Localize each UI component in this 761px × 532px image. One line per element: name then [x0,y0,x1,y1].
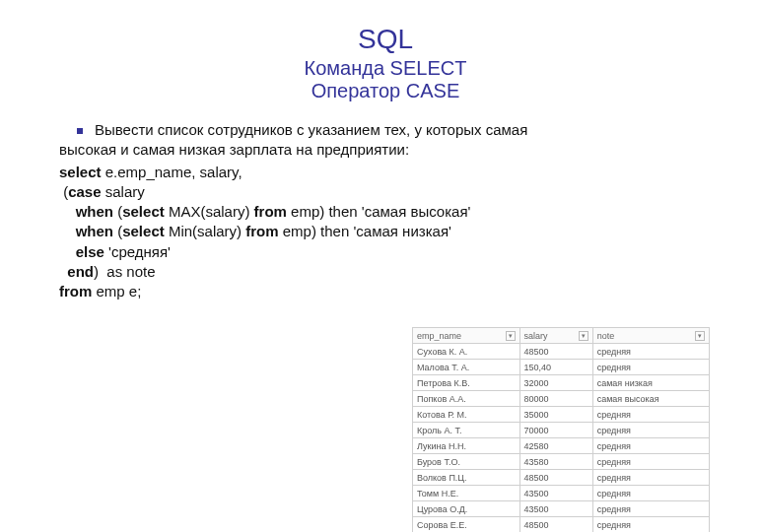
code-line-1: select e.emp_name, salary, [59,163,712,182]
code-line-6: end) as note [59,262,712,282]
table-cell: 32000 [519,375,592,391]
table-cell: Попков А.А. [413,391,520,407]
body-text: Вывести список сотрудников с указанием т… [59,120,712,301]
table-cell: Сухова К. А. [413,344,520,360]
table-cell: 35000 [519,407,592,423]
table-head: emp_name▾ salary▾ note▾ [413,328,710,344]
table-cell: Кроль А. Т. [413,423,520,438]
table-row: Томм Н.Е.43500средняя [413,486,710,501]
table-cell: 48500 [519,470,592,486]
table-row: Буров Т.О.43580средняя [413,454,710,470]
table-cell: Малова Т. А. [413,360,520,375]
table-cell: средняя [592,501,709,517]
bullet-item: Вывести список сотрудников с указанием т… [59,120,712,140]
table-cell: средняя [592,407,709,423]
table-cell: самая высокая [592,391,709,407]
table-header-row: emp_name▾ salary▾ note▾ [413,328,710,344]
table-cell: Волков П.Ц. [413,470,520,486]
table-row: Волков П.Ц.48500средняя [413,470,710,486]
table-cell: средняя [592,470,709,486]
code-line-7: from emp e; [59,282,712,301]
table-cell: 48500 [519,344,592,360]
table-row: Сорова Е.Е.48500средняя [413,517,710,533]
table-cell: Лукина Н.Н. [413,438,520,454]
table-cell: 80000 [519,391,592,407]
bullet-square-icon [77,128,83,134]
code-line-3: when (select MAX(salary) from emp) then … [59,202,712,222]
table-cell: средняя [592,486,709,501]
dropdown-icon[interactable]: ▾ [506,331,516,341]
dropdown-icon[interactable]: ▾ [695,331,705,341]
col-header-note[interactable]: note▾ [592,328,709,344]
table-row: Сухова К. А.48500средняя [413,344,710,360]
table-cell: средняя [592,344,709,360]
sql-code-block: select e.emp_name, salary, (case salary … [59,163,712,302]
title-subtitle-2: Оператор CASE [59,80,712,102]
table-cell: 70000 [519,423,592,438]
table-row: Цурова О.Д.43500средняя [413,501,710,517]
col-header-salary[interactable]: salary▾ [519,328,592,344]
table-row: Кроль А. Т.70000средняя [413,423,710,438]
table-cell: 43500 [519,501,592,517]
code-line-2: (case salary [59,182,712,202]
table-row: Лукина Н.Н.42580средняя [413,438,710,454]
table-row: Попков А.А.80000самая высокая [413,391,710,407]
table-cell: самая низкая [592,375,709,391]
table-cell: средняя [592,423,709,438]
table-row: Петрова К.В.32000самая низкая [413,375,710,391]
table-cell: средняя [592,454,709,470]
table-cell: Буров Т.О. [413,454,520,470]
bullet-text-line2: высокая и самая низкая зарплата на предп… [59,140,712,160]
table-cell: средняя [592,360,709,375]
slide-content: SQL Команда SELECT Оператор CASE Вывести… [0,0,761,321]
table-cell: 48500 [519,517,592,533]
table-cell: 150,40 [519,360,592,375]
title-subtitle-1: Команда SELECT [59,57,712,80]
table-cell: Петрова К.В. [413,375,520,391]
col-header-emp-name[interactable]: emp_name▾ [413,328,520,344]
title-main: SQL [59,24,712,55]
result-table: emp_name▾ salary▾ note▾ Сухова К. А.4850… [412,327,710,532]
result-table-wrap: emp_name▾ salary▾ note▾ Сухова К. А.4850… [412,327,710,532]
table-cell: средняя [592,517,709,533]
table-cell: 43580 [519,454,592,470]
table-row: Малова Т. А.150,40средняя [413,360,710,375]
code-line-5: else 'средняя' [59,242,712,262]
table-cell: 42580 [519,438,592,454]
table-row: Котова Р. М.35000средняя [413,407,710,423]
code-line-4: when (select Min(salary) from emp) then … [59,222,712,241]
title-block: SQL Команда SELECT Оператор CASE [59,24,712,102]
table-cell: Сорова Е.Е. [413,517,520,533]
table-cell: Котова Р. М. [413,407,520,423]
table-cell: средняя [592,438,709,454]
table-cell: Цурова О.Д. [413,501,520,517]
dropdown-icon[interactable]: ▾ [579,331,588,341]
table-cell: Томм Н.Е. [413,486,520,501]
table-cell: 43500 [519,486,592,501]
table-body: Сухова К. А.48500средняяМалова Т. А.150,… [413,344,710,533]
bullet-text-line1: Вывести список сотрудников с указанием т… [95,120,712,140]
